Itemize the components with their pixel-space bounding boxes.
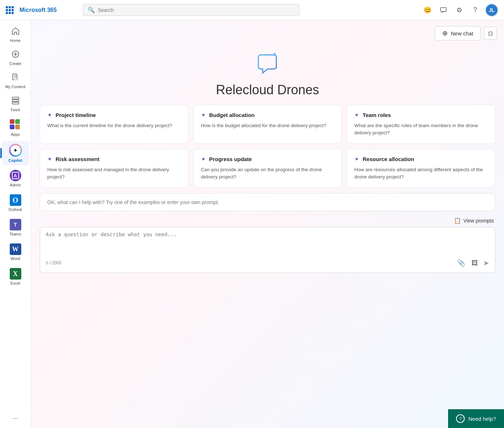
hero-icon <box>255 52 281 78</box>
wand-icon-risk-assessment: ✦ <box>47 156 52 163</box>
view-prompts[interactable]: 📋 View prompts <box>31 216 504 227</box>
input-area: 0 / 2000 📎 🖼 ➤ <box>40 227 495 273</box>
svg-point-7 <box>274 53 275 54</box>
word-icon: W <box>10 243 21 255</box>
need-help-button[interactable]: ? Need help? <box>448 409 504 428</box>
sidebar-item-my-content[interactable]: My Content <box>2 70 29 92</box>
outlook-icon: O <box>10 194 21 206</box>
sidebar-label-admin: Admin <box>10 183 21 187</box>
wand-icon-team-roles: ✦ <box>354 112 359 118</box>
card-desc-team-roles: What are the specific roles of team memb… <box>354 122 488 137</box>
expand-button[interactable]: ⊡ <box>484 27 497 40</box>
app-logo: Microsoft 365 <box>19 7 77 13</box>
card-project-timeline[interactable]: ✦ Project timeline What is the current t… <box>40 105 188 144</box>
svg-rect-0 <box>441 8 446 12</box>
emoji-button[interactable]: 😊 <box>422 4 433 16</box>
feedback-button[interactable] <box>438 4 449 16</box>
card-desc-progress-update: Can you provide an update on the progres… <box>201 166 334 181</box>
sidebar-item-create[interactable]: Create <box>2 47 29 69</box>
example-prompt[interactable]: OK, what can I help with? Try one of the… <box>40 193 495 211</box>
sidebar-item-admin[interactable]: A Admin <box>2 167 29 190</box>
send-button[interactable]: ➤ <box>483 259 489 267</box>
view-prompts-label: View prompts <box>463 218 494 224</box>
excel-icon: X <box>10 268 21 280</box>
sidebar-item-word[interactable]: W Word <box>2 241 29 264</box>
new-chat-icon: ⊕ <box>442 29 448 37</box>
input-actions: 📎 🖼 ➤ <box>456 258 489 268</box>
admin-icon: A <box>10 170 21 181</box>
svg-rect-4 <box>12 97 19 99</box>
attach-button[interactable]: 📎 <box>456 258 466 268</box>
chat-input[interactable] <box>46 232 489 253</box>
card-desc-project-timeline: What is the current timeline for the dro… <box>47 122 181 129</box>
card-header-team-roles: ✦ Team roles <box>354 112 488 118</box>
content-area: ⊕ New chat ⊡ <box>31 20 504 428</box>
sidebar-label-create: Create <box>9 61 21 66</box>
card-desc-resource-allocation: How are resources allocated among differ… <box>354 166 488 181</box>
sidebar-label-outlook: Outlook <box>9 207 22 212</box>
feed-icon <box>11 96 20 106</box>
sidebar-label-home: Home <box>10 38 21 43</box>
image-button[interactable]: 🖼 <box>469 258 480 268</box>
card-header-risk-assessment: ✦ Risk assessment <box>47 156 181 163</box>
content-header: ⊕ New chat ⊡ <box>31 20 504 43</box>
view-prompts-icon: 📋 <box>454 217 461 224</box>
sidebar-item-teams[interactable]: T Teams <box>2 216 29 239</box>
my-content-icon <box>11 73 20 83</box>
waffle-menu[interactable] <box>6 6 14 14</box>
card-budget-allocation[interactable]: ✦ Budget allocation How is the budget al… <box>193 105 342 144</box>
topbar: Microsoft 365 🔍 😊 ⚙ ? JL <box>0 0 504 20</box>
card-progress-update[interactable]: ✦ Progress update Can you provide an upd… <box>193 149 342 188</box>
example-prompt-text: OK, what can I help with? Try one of the… <box>47 199 219 205</box>
sidebar-label-apps: Apps <box>11 132 20 137</box>
more-button[interactable]: ··· <box>9 411 21 425</box>
card-title-resource-allocation: Resource allocation <box>363 156 414 162</box>
sidebar-label-copilot: Copilot <box>9 158 22 163</box>
cards-grid: ✦ Project timeline What is the current t… <box>31 105 504 187</box>
hero-title: Relecloud Drones <box>216 82 319 98</box>
need-help-icon: ? <box>456 414 465 423</box>
card-header-resource-allocation: ✦ Resource allocation <box>354 156 488 163</box>
wand-icon-progress-update: ✦ <box>201 156 206 163</box>
wand-icon-resource-allocation: ✦ <box>354 156 359 163</box>
card-header-budget-allocation: ✦ Budget allocation <box>201 112 334 118</box>
sidebar-label-feed: Feed <box>11 108 20 112</box>
main-layout: Home Create My Content Feed <box>0 20 504 428</box>
sidebar-label-my-content: My Content <box>5 85 25 89</box>
create-icon <box>11 50 20 60</box>
card-resource-allocation[interactable]: ✦ Resource allocation How are resources … <box>347 149 495 188</box>
wand-icon-budget-allocation: ✦ <box>201 112 206 118</box>
sidebar-item-excel[interactable]: X Excel <box>2 265 29 288</box>
help-button[interactable]: ? <box>469 4 481 16</box>
card-header-progress-update: ✦ Progress update <box>201 156 334 163</box>
card-team-roles[interactable]: ✦ Team roles What are the specific roles… <box>347 105 495 144</box>
search-bar[interactable]: 🔍 <box>83 4 299 16</box>
card-title-project-timeline: Project timeline <box>56 112 96 118</box>
sidebar-item-apps[interactable]: Apps <box>2 116 29 139</box>
sidebar-item-outlook[interactable]: O Outlook <box>2 191 29 215</box>
sidebar-item-feed[interactable]: Feed <box>2 93 29 115</box>
app-name: Microsoft 365 <box>19 7 57 13</box>
apps-icon <box>10 119 21 131</box>
sidebar-label-teams: Teams <box>9 232 21 236</box>
sidebar-item-home[interactable]: Home <box>2 24 29 46</box>
sidebar-label-excel: Excel <box>10 281 20 285</box>
new-chat-button[interactable]: ⊕ New chat <box>435 26 481 40</box>
expand-icon: ⊡ <box>488 30 493 37</box>
need-help-label: Need help? <box>468 416 496 422</box>
svg-rect-2 <box>13 74 17 80</box>
topbar-actions: 😊 ⚙ ? JL <box>422 4 498 17</box>
wand-icon-project-timeline: ✦ <box>47 112 52 118</box>
input-footer: 0 / 2000 📎 🖼 ➤ <box>46 258 489 268</box>
card-risk-assessment[interactable]: ✦ Risk assessment How is risk assessed a… <box>40 149 188 188</box>
card-title-team-roles: Team roles <box>363 112 391 118</box>
teams-icon: T <box>10 219 21 230</box>
user-avatar[interactable]: JL <box>485 4 498 17</box>
settings-button[interactable]: ⚙ <box>453 4 465 16</box>
search-input[interactable] <box>98 7 295 13</box>
char-count: 0 / 2000 <box>46 260 61 265</box>
home-icon <box>11 27 20 37</box>
hero-section: Relecloud Drones <box>31 43 504 105</box>
sidebar-item-copilot[interactable]: ✦ Copilot <box>2 141 29 165</box>
copilot-icon: ✦ <box>9 144 22 157</box>
